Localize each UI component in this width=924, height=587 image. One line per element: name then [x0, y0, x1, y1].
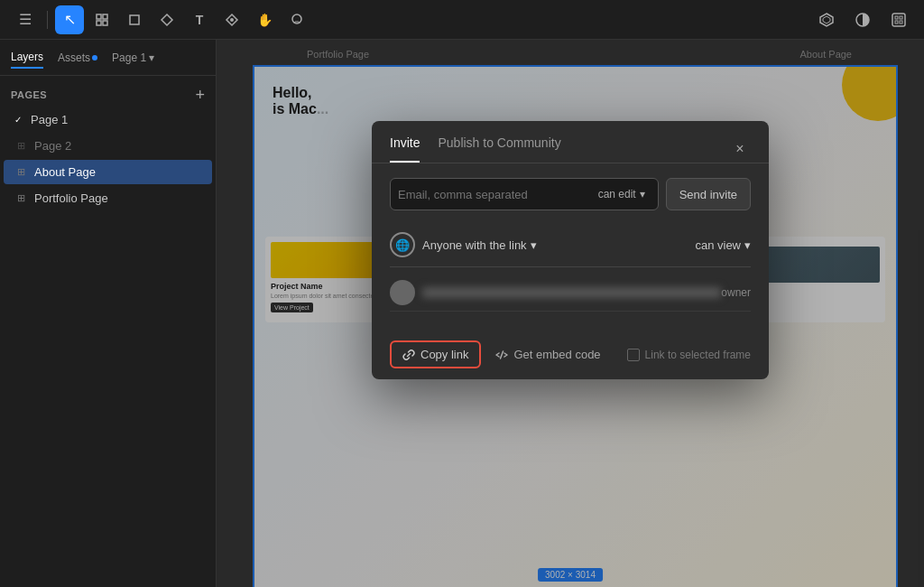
sidebar-tabs: Layers Assets Page 1 ▾ — [0, 40, 216, 76]
canvas-area: Portfolio Page About Page Flow 1 ▶ Flow … — [217, 40, 924, 587]
copy-link-button[interactable]: Copy link — [390, 340, 481, 368]
page-grid-icon: ⊞ — [14, 140, 27, 153]
anyone-link-chevron-icon: ▾ — [531, 238, 537, 252]
user-avatar — [390, 280, 415, 305]
send-invite-button[interactable]: Send invite — [666, 178, 751, 210]
modal-overlay: Invite Publish to Community × can edit ▾ — [217, 40, 924, 587]
modal-tab-community[interactable]: Publish to Community — [438, 135, 560, 163]
component-tool-icon[interactable] — [217, 5, 246, 34]
modal-header: Invite Publish to Community × — [372, 121, 769, 163]
sidebar-item-page1-label: Page 1 — [31, 113, 68, 126]
tab-assets[interactable]: Assets — [58, 48, 97, 68]
sidebar-item-page2[interactable]: ⊞ Page 2 — [4, 134, 212, 158]
can-edit-dropdown[interactable]: can edit ▾ — [593, 188, 651, 200]
sidebar-item-about-label: About Page — [34, 165, 96, 179]
svg-rect-12 — [900, 16, 902, 19]
svg-rect-3 — [103, 21, 107, 25]
user-name-blurred — [422, 287, 721, 298]
hand-tool-icon[interactable]: ✋ — [250, 5, 279, 34]
can-view-label: can view — [695, 238, 741, 252]
can-edit-label: can edit — [598, 188, 636, 200]
pages-section-header: Pages + — [0, 76, 216, 107]
globe-icon: 🌐 — [390, 232, 415, 257]
email-row: can edit ▾ Send invite — [390, 178, 751, 210]
select-tool-icon[interactable]: ↖ — [55, 5, 84, 34]
sidebar-item-portfolio[interactable]: ⊞ Portfolio Page — [4, 186, 212, 210]
svg-rect-11 — [895, 16, 898, 19]
sidebar-item-about[interactable]: ⊞ About Page — [4, 160, 212, 184]
page-grid-icon-about: ⊞ — [14, 166, 27, 179]
sidebar: Layers Assets Page 1 ▾ Pages + ✓ Page 1 … — [0, 40, 217, 587]
page-check-icon: ✓ — [14, 115, 22, 125]
svg-rect-2 — [97, 21, 101, 25]
invite-modal: Invite Publish to Community × can edit ▾ — [372, 121, 769, 379]
page-grid-icon-portfolio: ⊞ — [14, 192, 27, 205]
owner-label: owner — [721, 286, 751, 299]
shape-tool-icon[interactable] — [120, 5, 149, 34]
svg-marker-8 — [823, 16, 830, 23]
svg-rect-4 — [130, 15, 139, 24]
pen-tool-icon[interactable] — [152, 5, 181, 34]
embed-icon — [495, 349, 508, 361]
sidebar-item-page1[interactable]: ✓ Page 1 — [4, 107, 212, 132]
frame-link-checkbox[interactable] — [627, 349, 640, 361]
comment-tool-icon[interactable] — [282, 5, 311, 34]
frame-link-wrap: Link to selected frame — [627, 349, 751, 361]
separator — [47, 11, 48, 29]
menu-icon[interactable]: ☰ — [11, 5, 40, 34]
get-embed-button[interactable]: Get embed code — [495, 348, 600, 361]
modal-close-button[interactable]: × — [729, 138, 751, 160]
tab-page[interactable]: Page 1 ▾ — [112, 48, 154, 68]
contrast-icon[interactable] — [848, 5, 877, 34]
copy-link-label: Copy link — [420, 348, 468, 361]
toolbar: ☰ ↖ T ✋ — [0, 0, 924, 40]
modal-tab-invite[interactable]: Invite — [390, 135, 420, 163]
tab-layers[interactable]: Layers — [11, 47, 43, 69]
svg-rect-0 — [97, 14, 101, 19]
get-embed-label: Get embed code — [513, 348, 600, 361]
link-row: 🌐 Anyone with the link ▾ can view ▾ — [390, 223, 751, 267]
can-edit-chevron-icon: ▾ — [640, 188, 645, 200]
sidebar-item-portfolio-label: Portfolio Page — [34, 191, 108, 205]
user-row: owner — [390, 275, 751, 312]
link-icon — [402, 349, 415, 361]
frame-tool-icon[interactable] — [88, 5, 116, 34]
anyone-link-button[interactable]: Anyone with the link ▾ — [422, 238, 537, 252]
can-view-dropdown[interactable]: can view ▾ — [695, 238, 751, 252]
anyone-link-label: Anyone with the link — [422, 238, 527, 252]
svg-rect-10 — [892, 14, 905, 26]
email-input-wrap: can edit ▾ — [390, 178, 659, 210]
add-page-button[interactable]: + — [195, 87, 205, 103]
frame-link-label: Link to selected frame — [645, 349, 751, 361]
modal-footer: Copy link Get embed code Link to selecte… — [372, 330, 769, 379]
can-view-chevron-icon: ▾ — [744, 238, 751, 252]
svg-rect-14 — [900, 21, 902, 23]
svg-marker-7 — [820, 14, 833, 26]
community-icon[interactable] — [812, 5, 841, 34]
sidebar-item-page2-label: Page 2 — [34, 139, 71, 153]
text-tool-icon[interactable]: T — [185, 5, 214, 34]
toolbar-right — [812, 5, 913, 34]
modal-body: can edit ▾ Send invite 🌐 Anyone with the… — [372, 163, 769, 330]
svg-rect-13 — [895, 21, 898, 23]
main-area: Layers Assets Page 1 ▾ Pages + ✓ Page 1 … — [0, 40, 924, 587]
share-icon[interactable] — [884, 5, 913, 34]
email-input[interactable] — [398, 188, 593, 201]
svg-rect-1 — [103, 14, 107, 19]
svg-point-5 — [230, 18, 234, 22]
pages-label: Pages — [11, 89, 47, 100]
